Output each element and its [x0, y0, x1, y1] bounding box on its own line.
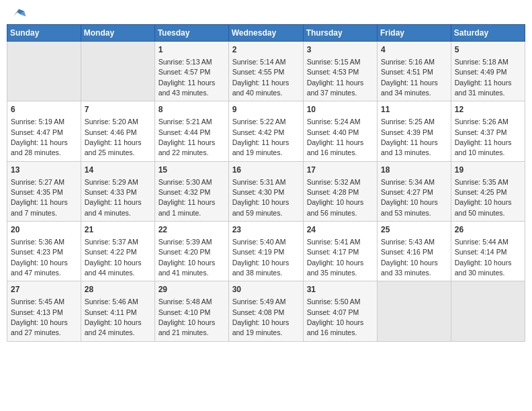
header-sunday: Sunday	[7, 25, 81, 42]
day-cell: 14Sunrise: 5:29 AM Sunset: 4:33 PM Dayli…	[81, 161, 154, 221]
day-number: 5	[455, 44, 521, 56]
day-cell: 5Sunrise: 5:18 AM Sunset: 4:49 PM Daylig…	[451, 42, 525, 101]
day-info: Sunrise: 5:30 AM Sunset: 4:32 PM Dayligh…	[159, 178, 216, 217]
day-info: Sunrise: 5:26 AM Sunset: 4:37 PM Dayligh…	[455, 118, 512, 156]
day-cell: 2Sunrise: 5:14 AM Sunset: 4:55 PM Daylig…	[228, 42, 303, 101]
day-number: 17	[307, 165, 373, 176]
day-cell: 6Sunrise: 5:19 AM Sunset: 4:47 PM Daylig…	[7, 101, 81, 161]
day-info: Sunrise: 5:13 AM Sunset: 4:57 PM Dayligh…	[159, 58, 216, 97]
day-info: Sunrise: 5:49 AM Sunset: 4:08 PM Dayligh…	[232, 298, 290, 336]
day-cell: 31Sunrise: 5:50 AM Sunset: 4:07 PM Dayli…	[303, 281, 377, 341]
week-row-0: 1Sunrise: 5:13 AM Sunset: 4:57 PM Daylig…	[7, 42, 525, 101]
header-thursday: Thursday	[303, 25, 377, 42]
week-row-4: 27Sunrise: 5:45 AM Sunset: 4:13 PM Dayli…	[7, 281, 525, 341]
day-number: 28	[85, 284, 151, 295]
day-number: 8	[159, 104, 225, 116]
day-info: Sunrise: 5:19 AM Sunset: 4:47 PM Dayligh…	[11, 118, 68, 156]
day-cell: 9Sunrise: 5:22 AM Sunset: 4:42 PM Daylig…	[228, 101, 303, 161]
day-cell: 10Sunrise: 5:24 AM Sunset: 4:40 PM Dayli…	[303, 101, 377, 161]
logo	[9, 7, 27, 19]
day-cell: 29Sunrise: 5:48 AM Sunset: 4:10 PM Dayli…	[154, 281, 228, 341]
day-number: 27	[11, 284, 77, 295]
day-info: Sunrise: 5:15 AM Sunset: 4:53 PM Dayligh…	[307, 58, 364, 97]
day-info: Sunrise: 5:32 AM Sunset: 4:28 PM Dayligh…	[307, 178, 364, 217]
day-number: 13	[11, 165, 77, 176]
day-number: 15	[159, 165, 225, 176]
day-info: Sunrise: 5:21 AM Sunset: 4:44 PM Dayligh…	[159, 118, 216, 156]
day-info: Sunrise: 5:29 AM Sunset: 4:33 PM Dayligh…	[85, 178, 142, 217]
day-cell: 20Sunrise: 5:36 AM Sunset: 4:23 PM Dayli…	[7, 222, 81, 281]
day-number: 26	[455, 224, 521, 236]
calendar-table: SundayMondayTuesdayWednesdayThursdayFrid…	[7, 24, 525, 342]
day-info: Sunrise: 5:46 AM Sunset: 4:11 PM Dayligh…	[85, 298, 142, 336]
day-cell: 7Sunrise: 5:20 AM Sunset: 4:46 PM Daylig…	[81, 101, 154, 161]
day-number: 4	[381, 44, 447, 56]
day-number: 6	[11, 104, 77, 116]
day-number: 24	[307, 224, 373, 236]
page-header	[7, 7, 525, 19]
week-row-2: 13Sunrise: 5:27 AM Sunset: 4:35 PM Dayli…	[7, 161, 525, 221]
day-cell: 4Sunrise: 5:16 AM Sunset: 4:51 PM Daylig…	[378, 42, 451, 101]
day-cell: 19Sunrise: 5:35 AM Sunset: 4:25 PM Dayli…	[451, 161, 525, 221]
day-info: Sunrise: 5:43 AM Sunset: 4:16 PM Dayligh…	[381, 238, 438, 277]
day-info: Sunrise: 5:18 AM Sunset: 4:49 PM Dayligh…	[455, 58, 512, 97]
day-info: Sunrise: 5:31 AM Sunset: 4:30 PM Dayligh…	[232, 178, 290, 217]
day-info: Sunrise: 5:39 AM Sunset: 4:20 PM Dayligh…	[159, 238, 216, 277]
day-cell: 26Sunrise: 5:44 AM Sunset: 4:14 PM Dayli…	[451, 222, 525, 281]
day-info: Sunrise: 5:16 AM Sunset: 4:51 PM Dayligh…	[381, 58, 438, 97]
day-number: 1	[159, 44, 225, 56]
day-cell: 25Sunrise: 5:43 AM Sunset: 4:16 PM Dayli…	[378, 222, 451, 281]
header-saturday: Saturday	[451, 25, 525, 42]
day-info: Sunrise: 5:48 AM Sunset: 4:10 PM Dayligh…	[159, 298, 216, 336]
day-info: Sunrise: 5:44 AM Sunset: 4:14 PM Dayligh…	[455, 238, 512, 277]
day-number: 21	[85, 224, 151, 236]
week-row-3: 20Sunrise: 5:36 AM Sunset: 4:23 PM Dayli…	[7, 222, 525, 281]
day-info: Sunrise: 5:35 AM Sunset: 4:25 PM Dayligh…	[455, 178, 512, 217]
day-number: 19	[455, 165, 521, 176]
day-info: Sunrise: 5:24 AM Sunset: 4:40 PM Dayligh…	[307, 118, 364, 156]
day-cell: 13Sunrise: 5:27 AM Sunset: 4:35 PM Dayli…	[7, 161, 81, 221]
day-info: Sunrise: 5:20 AM Sunset: 4:46 PM Dayligh…	[85, 118, 142, 156]
day-number: 18	[381, 165, 447, 176]
day-cell: 12Sunrise: 5:26 AM Sunset: 4:37 PM Dayli…	[451, 101, 525, 161]
day-number: 23	[232, 224, 300, 236]
day-number: 11	[381, 104, 447, 116]
day-number: 2	[232, 44, 300, 56]
day-info: Sunrise: 5:37 AM Sunset: 4:22 PM Dayligh…	[85, 238, 142, 277]
day-cell: 17Sunrise: 5:32 AM Sunset: 4:28 PM Dayli…	[303, 161, 377, 221]
day-cell: 8Sunrise: 5:21 AM Sunset: 4:44 PM Daylig…	[154, 101, 228, 161]
day-info: Sunrise: 5:14 AM Sunset: 4:55 PM Dayligh…	[232, 58, 290, 97]
day-info: Sunrise: 5:27 AM Sunset: 4:35 PM Dayligh…	[11, 178, 68, 217]
day-cell: 15Sunrise: 5:30 AM Sunset: 4:32 PM Dayli…	[154, 161, 228, 221]
day-cell: 11Sunrise: 5:25 AM Sunset: 4:39 PM Dayli…	[378, 101, 451, 161]
day-number: 16	[232, 165, 300, 176]
day-number: 10	[307, 104, 373, 116]
day-cell: 30Sunrise: 5:49 AM Sunset: 4:08 PM Dayli…	[228, 281, 303, 341]
header-friday: Friday	[378, 25, 451, 42]
day-cell: 16Sunrise: 5:31 AM Sunset: 4:30 PM Dayli…	[228, 161, 303, 221]
calendar-header-row: SundayMondayTuesdayWednesdayThursdayFrid…	[7, 25, 525, 42]
week-row-1: 6Sunrise: 5:19 AM Sunset: 4:47 PM Daylig…	[7, 101, 525, 161]
day-number: 12	[455, 104, 521, 116]
day-cell: 24Sunrise: 5:41 AM Sunset: 4:17 PM Dayli…	[303, 222, 377, 281]
day-cell: 28Sunrise: 5:46 AM Sunset: 4:11 PM Dayli…	[81, 281, 154, 341]
day-info: Sunrise: 5:41 AM Sunset: 4:17 PM Dayligh…	[307, 238, 364, 277]
day-info: Sunrise: 5:40 AM Sunset: 4:19 PM Dayligh…	[232, 238, 290, 277]
day-info: Sunrise: 5:25 AM Sunset: 4:39 PM Dayligh…	[381, 118, 438, 156]
day-number: 3	[307, 44, 373, 56]
day-cell: 21Sunrise: 5:37 AM Sunset: 4:22 PM Dayli…	[81, 222, 154, 281]
day-info: Sunrise: 5:45 AM Sunset: 4:13 PM Dayligh…	[11, 298, 68, 336]
day-info: Sunrise: 5:50 AM Sunset: 4:07 PM Dayligh…	[307, 298, 364, 336]
day-number: 14	[85, 165, 151, 176]
day-number: 30	[232, 284, 300, 295]
day-number: 20	[11, 224, 77, 236]
day-cell: 23Sunrise: 5:40 AM Sunset: 4:19 PM Dayli…	[228, 222, 303, 281]
day-info: Sunrise: 5:34 AM Sunset: 4:27 PM Dayligh…	[381, 178, 438, 217]
day-cell	[378, 281, 451, 341]
day-number: 29	[159, 284, 225, 295]
day-cell: 3Sunrise: 5:15 AM Sunset: 4:53 PM Daylig…	[303, 42, 377, 101]
day-number: 9	[232, 104, 300, 116]
header-monday: Monday	[81, 25, 154, 42]
day-cell: 27Sunrise: 5:45 AM Sunset: 4:13 PM Dayli…	[7, 281, 81, 341]
header-tuesday: Tuesday	[154, 25, 228, 42]
